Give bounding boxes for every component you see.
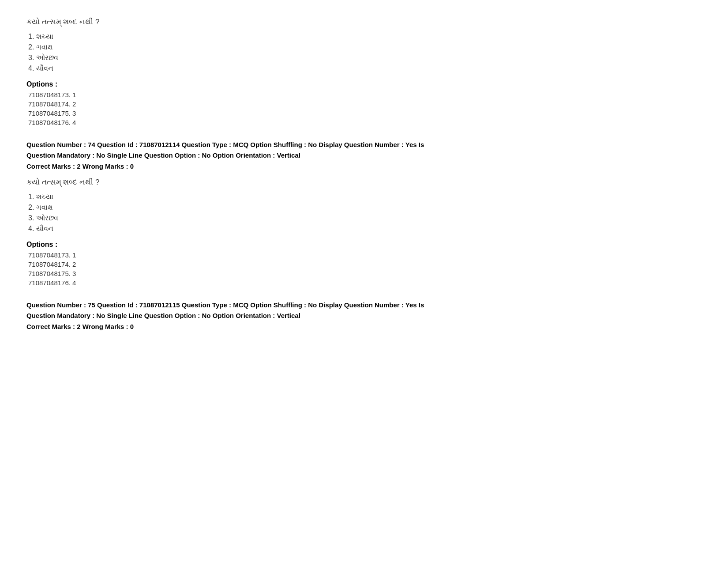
option-code-1-3: 71087048175. 3 [28, 110, 702, 117]
question-text-1: કયો તત્સમ્ શબ્દ નથી ? [26, 18, 702, 26]
option-code-2-1: 71087048173. 1 [28, 251, 702, 259]
correct-marks-2: Correct Marks : 2 Wrong Marks : 0 [26, 162, 702, 170]
options-list-1: 1. શચ્યા 2. ગવાક્ષ 3. ઓરછવ 4. યૌવન [26, 33, 702, 72]
options-label-1: Options : [26, 80, 702, 88]
meta-line1-2: Question Number : 74 Question Id : 71087… [26, 141, 424, 148]
option-codes-list-2: 71087048173. 1 71087048174. 2 7108704817… [26, 251, 702, 287]
options-list-2: 1. શચ્યા 2. ગવાક્ષ 3. ઓરછવ 4. યૌવન [26, 193, 702, 233]
meta-line2-3: Question Mandatory : No Single Line Ques… [26, 312, 300, 319]
correct-marks-3: Correct Marks : 2 Wrong Marks : 0 [26, 323, 702, 330]
option-code-2-2: 71087048174. 2 [28, 261, 702, 268]
meta-line1-3: Question Number : 75 Question Id : 71087… [26, 301, 424, 309]
options-label-2: Options : [26, 241, 702, 249]
option-2-2: 2. ગવાક્ષ [28, 204, 702, 212]
option-code-1-2: 71087048174. 2 [28, 100, 702, 108]
option-1-2: 2. ગવાક્ષ [28, 43, 702, 51]
option-2-1: 1. શચ્યા [28, 193, 702, 201]
option-2-3: 3. ઓરછવ [28, 214, 702, 222]
option-code-2-4: 71087048176. 4 [28, 279, 702, 287]
option-code-2-3: 71087048175. 3 [28, 270, 702, 277]
question-block-2: Question Number : 74 Question Id : 71087… [26, 140, 702, 287]
option-1-4: 4. યૌવન [28, 64, 702, 72]
option-code-1-4: 71087048176. 4 [28, 119, 702, 126]
option-1-3: 3. ઓરછવ [28, 54, 702, 62]
question-text-2: કયો તત્સમ્ શબ્દ નથી ? [26, 178, 702, 187]
option-code-1-1: 71087048173. 1 [28, 91, 702, 98]
question-meta-2: Question Number : 74 Question Id : 71087… [26, 140, 702, 161]
option-2-4: 4. યૌવન [28, 225, 702, 233]
question-block-1: કયો તત્સમ્ શબ્દ નથી ? 1. શચ્યા 2. ગવાક્ષ… [26, 18, 702, 126]
meta-line2-2: Question Mandatory : No Single Line Ques… [26, 151, 300, 159]
question-meta-3: Question Number : 75 Question Id : 71087… [26, 300, 702, 321]
question-block-3: Question Number : 75 Question Id : 71087… [26, 300, 702, 330]
option-1-1: 1. શચ્યા [28, 33, 702, 41]
option-codes-list-1: 71087048173. 1 71087048174. 2 7108704817… [26, 91, 702, 126]
